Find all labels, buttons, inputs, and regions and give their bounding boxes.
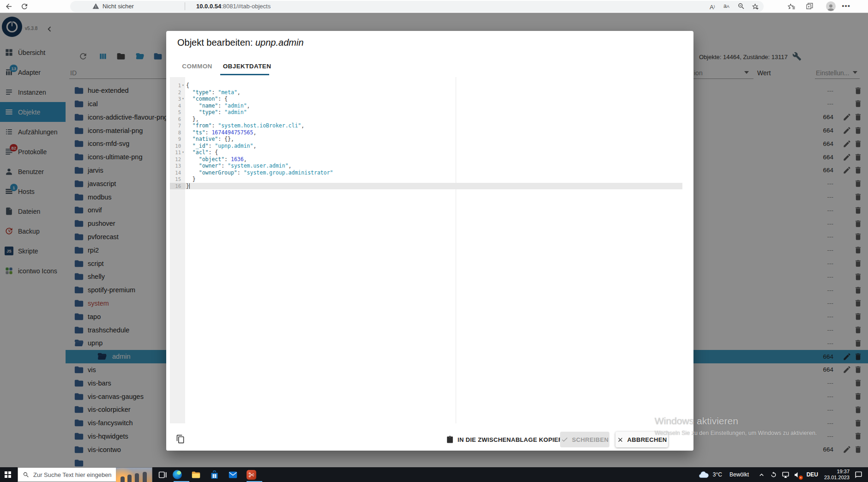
taskbar-weather[interactable]: Bewölkt (729, 471, 749, 478)
edge-taskbar-icon[interactable] (172, 469, 183, 480)
windows-taskbar: 3°C Bewölkt × DEU 19:37 23.01.2023 (0, 467, 868, 482)
url-path: :8081/#tab-objects (221, 3, 271, 10)
keyboard-language[interactable]: DEU (807, 471, 818, 478)
code-line-10[interactable]: 10 "_id": "upnp.admin", (170, 143, 682, 150)
code-line-8[interactable]: 8 "ts": 1674494757565, (170, 129, 682, 136)
taskbar-search[interactable] (18, 467, 152, 482)
line-number: 3 (170, 96, 181, 102)
tab-objektdaten[interactable]: OBJEKTDATEN (223, 57, 271, 75)
code-line-15[interactable]: 15 } (170, 176, 682, 183)
browser-profile-avatar[interactable] (826, 1, 836, 11)
code-text: }, (186, 116, 199, 123)
collections-icon[interactable] (806, 2, 814, 10)
line-number: 10 (170, 143, 181, 150)
line-number: 13 (170, 163, 181, 169)
dialog-title-object: upnp.admin (255, 37, 304, 48)
code-line-2[interactable]: 2 "type": "meta", (170, 89, 682, 96)
line-number: 16 (170, 183, 181, 190)
code-line-14[interactable]: 14 "ownerGroup": "system.group.administr… (170, 169, 682, 176)
security-label: Nicht sicher (102, 3, 134, 10)
code-text: { (186, 82, 189, 89)
zoom-out-icon[interactable] (737, 2, 745, 10)
taskbar-time: 19:37 (821, 469, 850, 475)
code-line-3[interactable]: 3▾ "common": { (170, 96, 682, 102)
code-text: "_id": "upnp.admin", (186, 143, 256, 150)
code-line-12[interactable]: 12 "object": 1636, (170, 156, 682, 163)
code-line-7[interactable]: 7 "from": "system.host.ioBroker.cli", (170, 122, 682, 129)
clipboard-icon (446, 436, 454, 444)
fold-icon[interactable]: ▾ (181, 96, 185, 102)
line-number: 8 (170, 129, 181, 136)
browser-reload-icon[interactable] (20, 2, 29, 11)
line-number: 9 (170, 136, 181, 143)
url-host: 10.0.0.54 (196, 3, 221, 10)
start-button[interactable] (5, 471, 11, 478)
line-number: 5 (170, 109, 181, 116)
tab-common[interactable]: COMMON (172, 57, 223, 75)
json-editor[interactable]: 1▾{2 "type": "meta",3▾ "common": {4 "nam… (170, 77, 682, 423)
microsoft-store-icon[interactable] (209, 469, 220, 480)
file-explorer-icon[interactable] (190, 469, 201, 480)
code-text: "native": {}, (186, 136, 234, 143)
tray-chevron-up-icon[interactable] (758, 471, 766, 479)
read-aloud-icon[interactable]: A) (710, 2, 717, 10)
code-text: "acl": { (186, 149, 218, 156)
tray-volume-muted-icon[interactable]: × (794, 471, 802, 479)
code-text: "object": 1636, (186, 156, 247, 163)
windows-activation-watermark: Windows aktivieren Wechseln Sie zu den E… (655, 416, 817, 436)
code-line-1[interactable]: 1▾{ (170, 82, 682, 89)
code-line-11[interactable]: 11▾ "acl": { (170, 149, 682, 156)
text-cursor (189, 183, 190, 189)
line-number: 4 (170, 102, 181, 109)
action-center-icon[interactable] (855, 471, 862, 479)
mail-icon[interactable] (227, 469, 238, 480)
taskbar-clock[interactable]: 19:37 23.01.2023 (821, 469, 850, 481)
browser-menu-icon[interactable]: ••• (842, 2, 850, 10)
copy-to-clipboard-button[interactable]: IN DIE ZWISCHENABLAGE KOPIEREN (442, 432, 575, 447)
taskbar-temperature[interactable]: 3°C (713, 471, 722, 478)
weather-cloud-icon[interactable] (699, 470, 709, 480)
search-highlight-image[interactable] (116, 468, 152, 482)
not-secure-warning-icon (92, 3, 99, 10)
url-text: 10.0.0.54:8081/#tab-objects (196, 3, 271, 10)
code-line-4[interactable]: 4 "name": "admin", (170, 102, 682, 109)
check-icon (561, 436, 568, 443)
code-text: "common": { (186, 96, 228, 102)
snipping-tool-icon[interactable] (246, 469, 257, 480)
write-button[interactable]: SCHREIBEN (560, 432, 609, 447)
code-line-16[interactable]: 16} (170, 183, 682, 190)
dialog-title: Objekt bearbeiten: upnp.admin (177, 37, 304, 48)
code-line-6[interactable]: 6 }, (170, 116, 682, 123)
tray-network-icon[interactable] (782, 471, 790, 479)
fold-icon[interactable]: ▾ (181, 149, 185, 156)
favorites-bar-icon[interactable] (788, 2, 796, 10)
address-bar[interactable]: Nicht sicher 10.0.0.54:8081/#tab-objects… (70, 1, 764, 12)
copy-icon[interactable] (176, 434, 185, 444)
close-icon (617, 436, 624, 443)
code-text: "ts": 1674494757565, (186, 129, 256, 136)
add-favorite-icon[interactable] (751, 2, 759, 10)
editor-lines: 1▾{2 "type": "meta",3▾ "common": {4 "nam… (170, 82, 682, 189)
tray-sync-icon[interactable] (770, 471, 778, 479)
code-text: "from": "system.host.ioBroker.cli", (186, 122, 304, 129)
code-text: "type": "meta", (186, 89, 241, 96)
line-number: 15 (170, 176, 181, 183)
line-number: 14 (170, 169, 181, 176)
iobroker-admin-app: v5.3.8 Übersicht13AdapterInstanzenObjekt… (0, 13, 868, 467)
screen: Nicht sicher 10.0.0.54:8081/#tab-objects… (0, 0, 868, 482)
code-line-13[interactable]: 13 "owner": "system.user.admin", (170, 163, 682, 169)
line-number: 1 (170, 82, 181, 89)
dialog-actions: IN DIE ZWISCHENABLAGE KOPIEREN SCHREIBEN… (166, 423, 693, 451)
code-line-5[interactable]: 5 "type": "admin" (170, 109, 682, 116)
code-line-9[interactable]: 9 "native": {}, (170, 136, 682, 143)
translate-icon[interactable]: aA (723, 2, 731, 10)
task-view-button[interactable] (157, 469, 168, 480)
line-number: 7 (170, 122, 181, 129)
line-number: 2 (170, 89, 181, 96)
browser-back-icon[interactable] (5, 2, 13, 11)
code-text: "ownerGroup": "system.group.administrato… (186, 169, 333, 176)
browser-toolbar: Nicht sicher 10.0.0.54:8081/#tab-objects… (0, 0, 868, 13)
address-divider (185, 2, 185, 10)
fold-icon[interactable]: ▾ (181, 82, 185, 89)
edit-object-dialog: Objekt bearbeiten: upnp.admin COMMON OBJ… (166, 31, 693, 451)
